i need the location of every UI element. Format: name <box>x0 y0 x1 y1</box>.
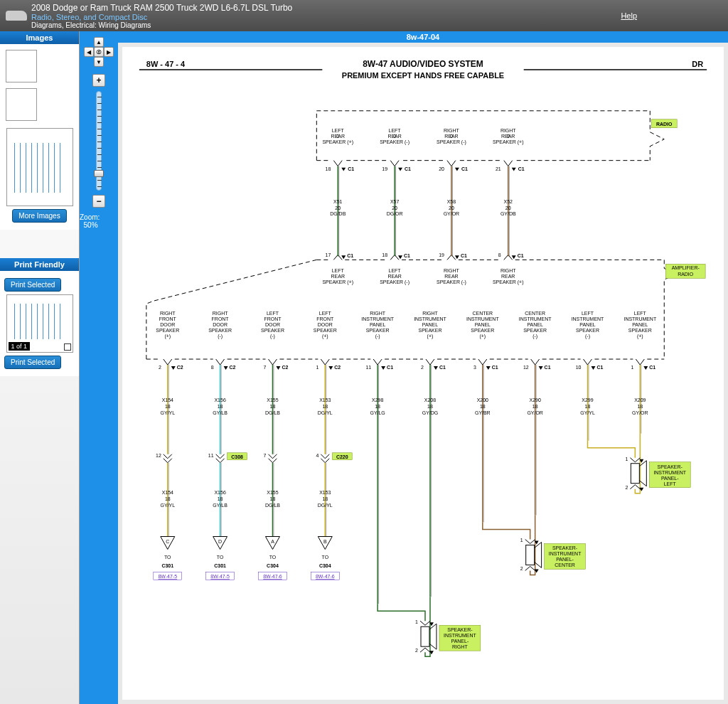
zoom-out-button[interactable]: − <box>92 195 105 208</box>
svg-text:X5820GY/OR: X5820GY/OR <box>444 199 459 217</box>
svg-text:18: 18 <box>326 166 331 171</box>
svg-text:C301: C301 <box>214 563 226 568</box>
print-selected-bottom-button[interactable]: Print Selected <box>4 356 61 369</box>
svg-text:RIGHTFRONTDOORSPEAKER(+): RIGHTFRONTDOORSPEAKER(+) <box>156 311 179 339</box>
svg-text:TO: TO <box>269 555 277 560</box>
svg-text:RIGHTREARSPEAKER (+): RIGHTREARSPEAKER (+) <box>493 268 524 285</box>
svg-text:C2: C2 <box>177 365 183 370</box>
svg-text:10: 10 <box>576 365 582 370</box>
svg-text:LEFTREARSPEAKER (+): LEFTREARSPEAKER (+) <box>322 268 353 285</box>
svg-text:X15618GY/LB: X15618GY/LB <box>213 490 228 508</box>
svg-text:8W-47-5: 8W-47-5 <box>158 574 177 579</box>
svg-text:18: 18 <box>382 252 387 257</box>
svg-text:8: 8 <box>211 365 214 370</box>
svg-text:C1: C1 <box>518 166 525 171</box>
help-link[interactable]: Help <box>621 11 637 20</box>
svg-text:C1: C1 <box>461 253 467 258</box>
svg-text:7: 7 <box>264 365 267 370</box>
pan-down-button[interactable]: ▼ <box>94 57 104 67</box>
svg-text:C304: C304 <box>319 563 331 568</box>
svg-text:TO: TO <box>164 555 171 560</box>
svg-text:LEFTREARSPEAKER (-): LEFTREARSPEAKER (-) <box>380 268 410 285</box>
svg-text:X15418GY/YL: X15418GY/YL <box>161 398 176 415</box>
thumbnail-prev[interactable] <box>6 50 37 82</box>
svg-text:RIGHTFRONTDOORSPEAKER(-): RIGHTFRONTDOORSPEAKER(-) <box>208 311 232 339</box>
svg-text:C1: C1 <box>518 253 524 258</box>
more-images-button[interactable]: More Images <box>12 209 66 223</box>
svg-text:X5720DG/OR: X5720DG/OR <box>387 199 403 217</box>
svg-text:X15618GY/LB: X15618GY/LB <box>213 398 228 415</box>
svg-text:C1: C1 <box>387 365 393 370</box>
svg-text:CENTERINSTRUMENTPANELSPEAKER(-: CENTERINSTRUMENTPANELSPEAKER(-) <box>519 311 552 339</box>
svg-text:2: 2 <box>520 566 523 571</box>
svg-text:LEFTREARSPEAKER (-): LEFTREARSPEAKER (-) <box>380 128 410 145</box>
svg-text:LEFTFRONTDOORSPEAKER(+): LEFTFRONTDOORSPEAKER(+) <box>314 311 337 339</box>
svg-text:17: 17 <box>326 252 331 257</box>
images-body: More Images <box>0 44 79 230</box>
svg-text:4: 4 <box>316 453 318 458</box>
zoom-slider-thumb[interactable] <box>94 170 104 177</box>
svg-rect-172 <box>526 545 535 565</box>
thumbnail-next[interactable] <box>6 88 37 121</box>
svg-text:CENTERINSTRUMENTPANELSPEAKER(+: CENTERINSTRUMENTPANELSPEAKER(+) <box>466 311 499 339</box>
svg-text:C1: C1 <box>545 365 551 370</box>
svg-text:X29918GY/YL: X29918GY/YL <box>580 398 595 415</box>
breadcrumb: Diagrams, Electrical: Wiring Diagrams <box>31 21 621 29</box>
pan-left-button[interactable]: ◀ <box>84 47 94 57</box>
title-bar: 2008 Dodge or Ram Truck RAM 2500 Truck 2… <box>0 0 728 31</box>
svg-text:1: 1 <box>625 457 628 462</box>
system-subtitle[interactable]: Radio, Stereo, and Compact Disc <box>31 13 621 21</box>
svg-text:2: 2 <box>421 365 424 370</box>
svg-text:X20018GY/BR: X20018GY/BR <box>475 398 491 415</box>
svg-text:RIGHTREARSPEAKER (-): RIGHTREARSPEAKER (-) <box>437 268 466 285</box>
zoom-in-button[interactable]: + <box>92 74 105 87</box>
svg-text:RIGHTINSTRUMENTPANELSPEAKER(+): RIGHTINSTRUMENTPANELSPEAKER(+) <box>414 311 446 339</box>
print-checkbox[interactable] <box>64 343 71 351</box>
svg-text:C2: C2 <box>230 365 236 370</box>
print-thumbnail[interactable]: 1 of 1 <box>6 294 73 353</box>
svg-text:X20918GY/OR: X20918GY/OR <box>632 398 648 415</box>
svg-text:X15318DG/YL: X15318DG/YL <box>318 398 333 415</box>
svg-text:RADIO: RADIO <box>656 122 673 127</box>
zoom-slider[interactable] <box>96 91 102 191</box>
zoom-panel: ▲ ▼ ◀ ▶ ⦿ + − Zoom: 50% <box>80 31 118 704</box>
pan-right-button[interactable]: ▶ <box>104 47 114 57</box>
print-header: Print Friendly <box>0 258 79 271</box>
svg-text:C1: C1 <box>492 365 498 370</box>
print-selected-top-button[interactable]: Print Selected <box>4 278 61 292</box>
print-body: Print Selected 1 of 1 Print Selected <box>0 271 79 376</box>
svg-text:X15418GY/YL: X15418GY/YL <box>161 490 176 508</box>
svg-text:D: D <box>218 539 222 544</box>
svg-text:8W-47 AUDIO/VIDEO SYSTEM: 8W-47 AUDIO/VIDEO SYSTEM <box>363 59 483 69</box>
svg-text:19: 19 <box>382 166 387 171</box>
wiring-diagram: 8W - 47 - 4 8W-47 AUDIO/VIDEO SYSTEM PRE… <box>122 47 724 700</box>
svg-text:7: 7 <box>264 453 267 458</box>
thumbnail-large[interactable] <box>6 128 73 206</box>
svg-text:C1: C1 <box>649 365 655 370</box>
svg-text:RIGHTINSTRUMENTPANELSPEAKER(-): RIGHTINSTRUMENTPANELSPEAKER(-) <box>361 311 394 339</box>
svg-text:3: 3 <box>473 365 476 370</box>
svg-text:X5220GY/DB: X5220GY/DB <box>500 199 516 217</box>
svg-text:11: 11 <box>208 453 214 458</box>
svg-text:DR: DR <box>692 60 703 68</box>
svg-text:RIGHTREARSPEAKER (-): RIGHTREARSPEAKER (-) <box>437 128 466 145</box>
car-icon <box>6 11 27 21</box>
svg-text:C1: C1 <box>439 365 446 370</box>
svg-rect-183 <box>421 626 429 646</box>
pan-up-button[interactable]: ▲ <box>94 37 104 47</box>
svg-text:LEFTREARSPEAKER (+): LEFTREARSPEAKER (+) <box>322 128 353 145</box>
svg-text:C2: C2 <box>334 365 341 370</box>
left-sidebar: Images More Images Print Friendly Print … <box>0 31 80 704</box>
svg-text:B: B <box>323 539 327 544</box>
diagram-viewport[interactable]: 8W - 47 - 4 8W-47 AUDIO/VIDEO SYSTEM PRE… <box>118 43 728 704</box>
svg-text:C301: C301 <box>161 563 173 568</box>
svg-text:X15518DG/LB: X15518DG/LB <box>265 490 280 508</box>
pan-center-button[interactable]: ⦿ <box>94 47 104 57</box>
svg-text:8: 8 <box>498 252 501 257</box>
svg-line-46 <box>146 260 316 297</box>
title-text: 2008 Dodge or Ram Truck RAM 2500 Truck 2… <box>31 3 621 29</box>
svg-text:C1: C1 <box>348 166 354 171</box>
svg-text:C220: C220 <box>336 454 348 459</box>
svg-text:TO: TO <box>217 555 224 560</box>
svg-text:11: 11 <box>365 365 371 370</box>
